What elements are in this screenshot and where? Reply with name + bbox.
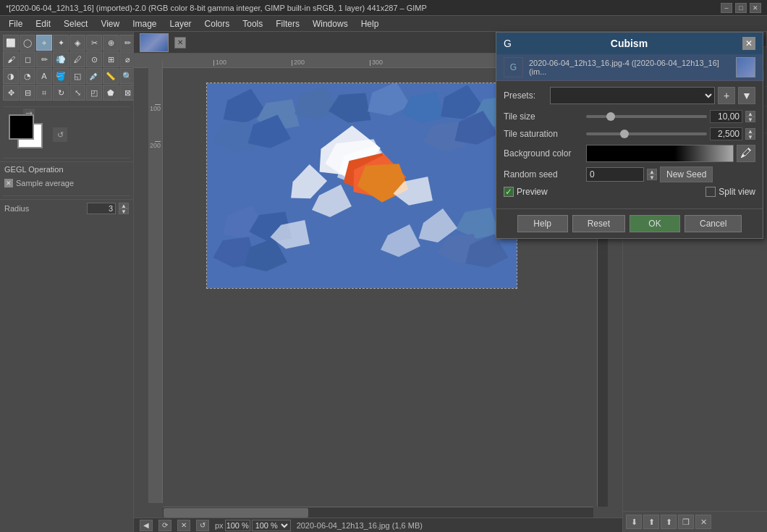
menu-file[interactable]: File (3, 17, 28, 30)
horizontal-scrollbar[interactable] (163, 507, 593, 518)
preview-label: Preview (517, 187, 548, 197)
tool-rectangle-select[interactable]: ⬜ (3, 35, 19, 51)
tool-blend[interactable]: ◱ (69, 68, 85, 84)
tool-ink[interactable]: 🖊 (69, 51, 85, 67)
cubism-dialog: G Cubism ✕ G 2020-06-04_12h13_16.jpg-4 (… (496, 32, 763, 239)
menu-windows[interactable]: Windows (307, 17, 354, 30)
tool-zoom[interactable]: 🔍 (119, 68, 135, 84)
tile-size-down-arrow[interactable]: ▼ (745, 117, 755, 122)
presets-menu-button[interactable]: ▼ (738, 87, 755, 104)
tool-move[interactable]: ✥ (3, 85, 19, 101)
new-seed-button[interactable]: New Seed (660, 166, 713, 182)
menu-layer[interactable]: Layer (164, 17, 198, 30)
cancel-button[interactable]: Cancel (685, 215, 742, 232)
maximize-button[interactable]: □ (735, 3, 747, 13)
dialog-close-button[interactable]: ✕ (742, 37, 755, 50)
zoom-unit: px (215, 521, 224, 530)
tool-heal[interactable]: ⊙ (86, 51, 102, 67)
tile-saturation-value[interactable]: 2,500 (710, 127, 742, 140)
split-view-label: Split view (719, 187, 755, 197)
menu-select[interactable]: Select (58, 17, 93, 30)
tool-select-by-color[interactable]: ◈ (69, 35, 85, 51)
delete-layer-button[interactable]: ✕ (695, 515, 711, 529)
tool-free-select[interactable]: ⌖ (36, 35, 52, 51)
status-next-button[interactable]: ⟳ (158, 520, 171, 531)
tool-ellipse-select[interactable]: ◯ (20, 35, 35, 51)
foreground-color-swatch[interactable] (9, 114, 34, 140)
duplicate-layer-button[interactable]: ❒ (678, 515, 694, 529)
presets-add-button[interactable]: + (718, 87, 735, 104)
gegl-close-button[interactable]: ✕ (4, 179, 13, 187)
tool-clone[interactable]: ⊞ (103, 51, 119, 67)
tool-fuzzy-select[interactable]: ✦ (53, 35, 69, 51)
canvas-image (206, 83, 517, 289)
presets-select[interactable] (550, 87, 715, 104)
menu-help[interactable]: Help (355, 17, 385, 30)
reset-button[interactable]: Reset (572, 215, 625, 232)
split-view-checkbox[interactable] (705, 187, 716, 197)
tool-measure[interactable]: 📏 (103, 68, 119, 84)
tool-blur-sharpen[interactable]: ◔ (20, 68, 35, 84)
tile-size-slider[interactable] (586, 115, 707, 118)
raise-layer-button[interactable]: ⬆ (643, 515, 659, 529)
zoom-input[interactable] (225, 520, 250, 531)
minimize-button[interactable]: – (721, 3, 732, 13)
menu-tools[interactable]: Tools (237, 17, 268, 30)
seed-down-arrow[interactable]: ▼ (647, 174, 657, 180)
close-button[interactable]: ✕ (750, 3, 761, 13)
tile-size-value[interactable]: 10,00 (710, 110, 742, 123)
menu-colors[interactable]: Colors (199, 17, 236, 30)
tile-saturation-arrows: ▲ ▼ (745, 128, 755, 140)
tool-rotate[interactable]: ↻ (53, 85, 69, 101)
bg-color-label: Background color (504, 148, 583, 159)
radius-label: Radius (4, 204, 84, 213)
status-prev-button[interactable]: ◀ (140, 520, 153, 531)
toolbox-grid: ⬜ ◯ ⌖ ✦ ◈ ✂ ⊕ ✏ 🖌 ◻ ✏ 💨 🖊 ⊙ ⊞ ⌀ ◑ ◔ A 🪣 … (0, 32, 133, 104)
menu-image[interactable]: Image (127, 17, 162, 30)
reset-colors-button[interactable]: ↺ (53, 127, 67, 142)
random-seed-input[interactable]: 0 (586, 167, 644, 182)
tool-paintbrush[interactable]: 🖌 (3, 51, 19, 67)
zoom-select[interactable]: 100 % 50 % 200 % (252, 520, 291, 531)
tool-transform[interactable]: ⊠ (119, 85, 135, 101)
tool-text[interactable]: A (36, 68, 52, 84)
tool-airbrush[interactable]: 💨 (53, 51, 69, 67)
tool-scissors[interactable]: ✂ (86, 35, 102, 51)
tool-foreground-select[interactable]: ⊕ (103, 35, 119, 51)
bg-color-swatch[interactable] (586, 145, 734, 162)
tool-align[interactable]: ⊟ (20, 85, 35, 101)
menu-edit[interactable]: Edit (30, 17, 56, 30)
title-bar: *[2020-06-04_12h13_16] (imported)-2.0 (R… (0, 0, 767, 16)
tool-smudge[interactable]: ⌀ (119, 51, 135, 67)
tool-shear[interactable]: ◰ (86, 85, 102, 101)
menu-view[interactable]: View (95, 17, 125, 30)
preview-checkbox[interactable]: ✓ (504, 187, 514, 197)
status-cancel-button[interactable]: ✕ (177, 520, 190, 531)
status-refresh-button[interactable]: ↺ (196, 520, 209, 531)
tile-saturation-slider[interactable] (586, 132, 707, 135)
tool-perspective[interactable]: ⬟ (103, 85, 119, 101)
new-layer-button[interactable]: ⬇ (626, 515, 642, 529)
menu-filters[interactable]: Filters (270, 17, 305, 30)
tool-eraser[interactable]: ◻ (20, 51, 35, 67)
radius-input[interactable] (87, 203, 116, 214)
radius-down-arrow[interactable]: ▼ (119, 208, 129, 214)
ok-button[interactable]: OK (630, 215, 680, 232)
tool-paths[interactable]: ✏ (119, 35, 135, 51)
help-button[interactable]: Help (517, 215, 568, 232)
dialog-body: Presets: + ▼ Tile size 10,00 ▲ ▼ Tile sa… (496, 81, 763, 208)
gegl-panel: GEGL Operation ✕ Sample average (0, 161, 133, 193)
tool-crop[interactable]: ⌗ (36, 85, 52, 101)
horizontal-scroll-thumb[interactable] (164, 508, 308, 518)
toolbox-separator-3 (3, 195, 130, 196)
tool-bucket-fill[interactable]: 🪣 (53, 68, 69, 84)
dialog-footer: Help Reset OK Cancel (496, 208, 763, 238)
tool-pencil[interactable]: ✏ (36, 51, 52, 67)
dialog-image-thumbnail (736, 57, 755, 77)
lower-layer-button[interactable]: ⬆ (661, 515, 677, 529)
tool-dodge-burn[interactable]: ◑ (3, 68, 19, 84)
tile-saturation-down-arrow[interactable]: ▼ (745, 134, 755, 140)
tool-scale[interactable]: ⤡ (69, 85, 85, 101)
tool-color-picker[interactable]: 💉 (86, 68, 102, 84)
bg-color-picker-button[interactable]: 🖍 (737, 145, 755, 162)
